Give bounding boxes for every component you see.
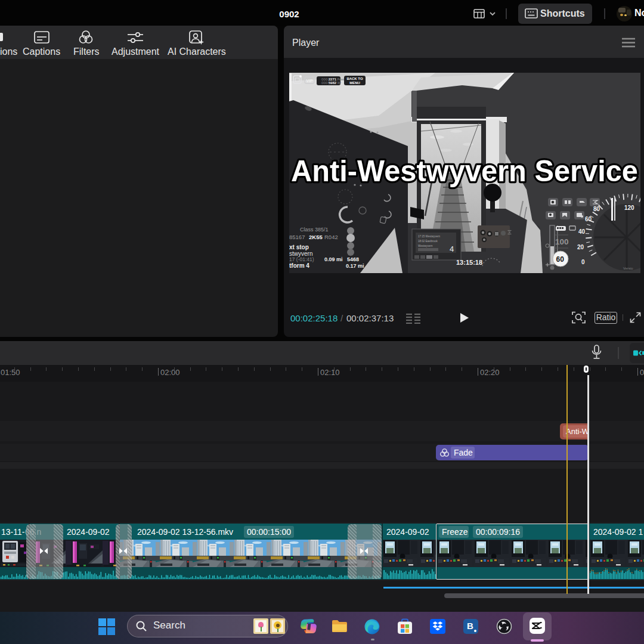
svg-text:13:15:18: 13:15:18 [456, 259, 482, 266]
svg-text:4: 4 [450, 244, 454, 253]
svg-text:OOO 5982 XP: OOO 5982 XP [321, 81, 341, 85]
svg-text:20: 20 [577, 244, 584, 250]
svg-text:5468: 5468 [347, 256, 359, 262]
svg-text:80: 80 [593, 206, 600, 212]
svg-text:Anti-Westwyvern Service: Anti-Westwyvern Service [291, 154, 638, 188]
svg-text:17 (-01:41): 17 (-01:41) [289, 256, 314, 262]
svg-text:100: 100 [555, 237, 569, 246]
svg-text:tform 4: tform 4 [289, 262, 309, 269]
svg-text:60: 60 [556, 255, 565, 264]
svg-text:40: 40 [578, 228, 586, 235]
svg-text:0: 0 [581, 259, 585, 265]
svg-text:Class 385/1: Class 385/1 [300, 227, 329, 233]
svg-text:R042: R042 [324, 234, 338, 240]
svg-text:Versio: Versio [623, 267, 633, 270]
svg-text:60: 60 [585, 216, 592, 222]
svg-text:Westwyvern: Westwyvern [418, 244, 433, 247]
svg-text:0.17 mi: 0.17 mi [346, 263, 364, 269]
svg-text:xt stop: xt stop [289, 244, 309, 250]
svg-text:17:15 Westwyvern: 17:15 Westwyvern [418, 235, 440, 238]
svg-text:BACK TO: BACK TO [346, 77, 363, 80]
svg-text:MENU: MENU [349, 81, 360, 85]
svg-text:120: 120 [624, 205, 634, 211]
svg-text:85167: 85167 [289, 234, 305, 240]
svg-text:18:02 Eastbrook: 18:02 Eastbrook [418, 240, 438, 243]
svg-text:OOO 2271 Points: OOO 2271 Points [321, 78, 346, 81]
svg-text:VIP: VIP [306, 79, 314, 83]
svg-text:2K55: 2K55 [309, 234, 323, 240]
svg-text:0.09 mi: 0.09 mi [324, 256, 343, 262]
